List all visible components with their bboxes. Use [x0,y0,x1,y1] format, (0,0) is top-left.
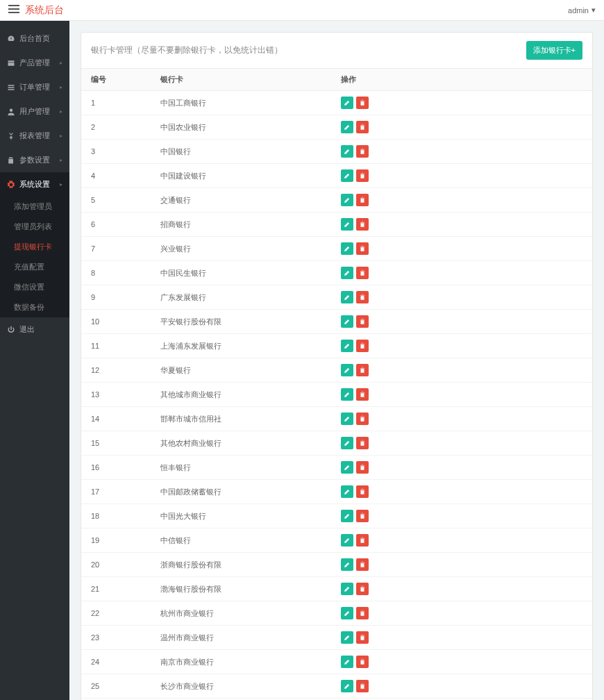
pencil-icon [344,365,351,376]
menu-toggle-icon[interactable] [8,5,19,15]
delete-button[interactable] [356,534,369,547]
sidebar-item-5[interactable]: 参数设置▸ [0,148,69,172]
edit-button[interactable] [341,364,353,376]
edit-button[interactable] [341,242,353,255]
sidebar-item-1[interactable]: 产品管理▸ [0,51,69,75]
pencil-icon [344,98,351,108]
delete-button[interactable] [356,656,369,668]
edit-button[interactable] [341,169,353,182]
delete-button[interactable] [356,315,369,328]
edit-button[interactable] [341,315,353,328]
edit-button[interactable] [341,340,353,352]
sidebar-item-3[interactable]: 用户管理▸ [0,99,69,124]
edit-button[interactable] [341,656,353,668]
sidebar-item-7[interactable]: 退出 [0,317,69,342]
edit-button[interactable] [341,145,353,158]
trash-icon [359,365,366,376]
delete-button[interactable] [356,583,369,595]
delete-button[interactable] [356,97,369,109]
th-op: 操作 [331,69,592,91]
cell-id: 13 [81,383,151,407]
cell-actions [331,407,592,431]
delete-button[interactable] [356,218,369,231]
delete-button[interactable] [356,437,369,449]
delete-button[interactable] [356,412,369,425]
pencil-icon [344,438,351,449]
delete-button[interactable] [356,267,369,279]
table-row: 15其他农村商业银行 [81,431,592,456]
cell-id: 5 [81,188,151,212]
edit-button[interactable] [341,97,353,109]
edit-button[interactable] [341,437,353,449]
edit-button[interactable] [341,680,353,692]
edit-button[interactable] [341,631,353,644]
cell-actions [331,674,592,699]
sidebar-subitem-3[interactable]: 充值配置 [0,257,69,277]
sidebar-subitem-1[interactable]: 管理员列表 [0,217,69,237]
cell-bank: 邯郸市城市信用社 [151,407,331,431]
user-menu[interactable]: admin ▾ [568,6,596,15]
delete-button[interactable] [356,242,369,255]
delete-button[interactable] [356,558,369,571]
bank-panel: 银行卡管理（尽量不要删除银行卡，以免统计出错） 添加银行卡+ 编号 银行卡 操作… [81,32,593,700]
pencil-icon [344,681,351,692]
sidebar-item-2[interactable]: 订单管理▸ [0,75,69,99]
cell-id: 10 [81,310,151,334]
table-row: 1中国工商银行 [81,91,592,115]
cell-actions [331,140,592,164]
sidebar-subitem-0[interactable]: 添加管理员 [0,197,69,217]
delete-button[interactable] [356,607,369,619]
edit-button[interactable] [341,121,353,133]
edit-button[interactable] [341,583,353,595]
delete-button[interactable] [356,510,369,522]
trash-icon [359,122,366,133]
sidebar-item-0[interactable]: 后台首页 [0,26,69,51]
delete-button[interactable] [356,388,369,401]
edit-button[interactable] [341,194,353,206]
delete-button[interactable] [356,291,369,303]
cell-bank: 浙商银行股份有限 [151,553,331,577]
pencil-icon [344,219,351,230]
edit-button[interactable] [341,412,353,425]
delete-button[interactable] [356,194,369,206]
pencil-icon [344,535,351,546]
pencil-icon [344,560,351,570]
sidebar-item-4[interactable]: 报表管理▸ [0,124,69,148]
sidebar-subitem-4[interactable]: 微信设置 [0,277,69,297]
edit-button[interactable] [341,510,353,522]
cell-id: 11 [81,334,151,358]
sidebar-subitem-2[interactable]: 提现银行卡 [0,237,69,257]
edit-button[interactable] [341,291,353,303]
pencil-icon [344,657,351,667]
edit-button[interactable] [341,218,353,231]
edit-button[interactable] [341,485,353,498]
trash-icon [359,657,366,667]
delete-button[interactable] [356,631,369,644]
delete-button[interactable] [356,169,369,182]
trash-icon [359,244,366,254]
delete-button[interactable] [356,461,369,474]
delete-button[interactable] [356,145,369,158]
top-header: 系统后台 admin ▾ [0,0,604,21]
delete-button[interactable] [356,364,369,376]
sidebar-subitem-label: 数据备份 [14,302,44,312]
sidebar-item-6[interactable]: 系统设置▸ [0,172,69,197]
cell-id: 4 [81,164,151,188]
edit-button[interactable] [341,267,353,279]
table-row: 12华夏银行 [81,358,592,383]
edit-button[interactable] [341,461,353,474]
sidebar-subitem-5[interactable]: 数据备份 [0,297,69,317]
edit-button[interactable] [341,388,353,401]
edit-button[interactable] [341,534,353,547]
delete-button[interactable] [356,121,369,133]
delete-button[interactable] [356,680,369,692]
delete-button[interactable] [356,340,369,352]
edit-button[interactable] [341,558,353,571]
bank-table: 编号 银行卡 操作 1中国工商银行2中国农业银行3中国银行4中国建设银行5交通银… [81,69,592,700]
delete-button[interactable] [356,485,369,498]
edit-button[interactable] [341,607,353,619]
copy-icon [7,156,15,165]
add-bank-button[interactable]: 添加银行卡+ [526,41,582,60]
cell-bank: 其他城市商业银行 [151,383,331,407]
cell-bank: 中国光大银行 [151,504,331,528]
